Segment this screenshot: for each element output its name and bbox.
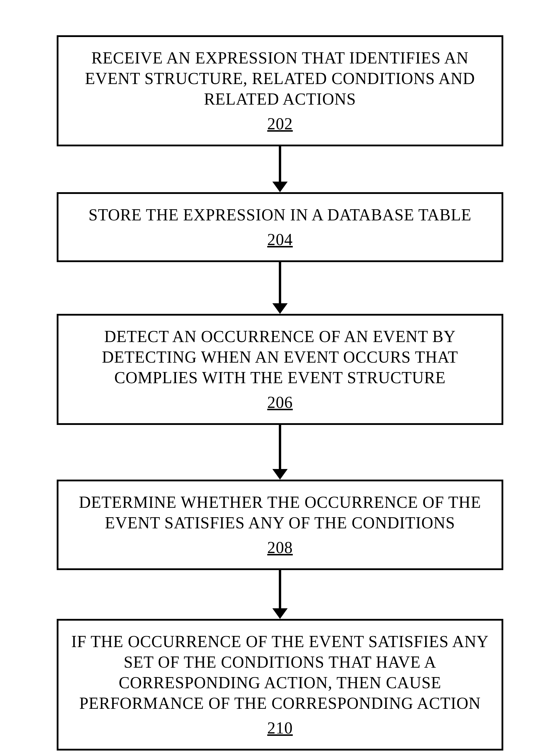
flow-step-text: DETERMINE WHETHER THE OCCURRENCE OF THE … bbox=[79, 493, 481, 532]
flow-step-text: IF THE OCCURRENCE OF THE EVENT SATISFIES… bbox=[72, 632, 489, 712]
arrow-head-icon bbox=[272, 608, 288, 619]
arrow-shaft bbox=[279, 262, 281, 303]
arrow-shaft bbox=[279, 425, 281, 469]
arrow-head-icon bbox=[272, 182, 288, 192]
flow-step-206: DETECT AN OCCURRENCE OF AN EVENT BY DETE… bbox=[57, 314, 503, 425]
arrow-icon bbox=[272, 570, 288, 619]
flow-step-ref: 210 bbox=[70, 718, 490, 738]
arrow-head-icon bbox=[272, 469, 288, 480]
flowchart: RECEIVE AN EXPRESSION THAT IDENTIFIES AN… bbox=[47, 35, 513, 751]
flow-step-text: RECEIVE AN EXPRESSION THAT IDENTIFIES AN… bbox=[85, 49, 475, 108]
flow-step-204: STORE THE EXPRESSION IN A DATABASE TABLE… bbox=[57, 192, 503, 262]
flow-step-text: DETECT AN OCCURRENCE OF AN EVENT BY DETE… bbox=[102, 328, 458, 387]
flow-step-208: DETERMINE WHETHER THE OCCURRENCE OF THE … bbox=[57, 480, 503, 570]
flow-step-ref: 204 bbox=[70, 229, 490, 250]
flow-step-text: STORE THE EXPRESSION IN A DATABASE TABLE bbox=[88, 206, 472, 224]
flow-step-ref: 208 bbox=[70, 537, 490, 558]
flow-step-ref: 206 bbox=[70, 392, 490, 413]
arrow-icon bbox=[272, 262, 288, 314]
flow-step-202: RECEIVE AN EXPRESSION THAT IDENTIFIES AN… bbox=[57, 35, 503, 146]
arrow-head-icon bbox=[272, 303, 288, 314]
flow-step-210: IF THE OCCURRENCE OF THE EVENT SATISFIES… bbox=[57, 619, 503, 751]
arrow-icon bbox=[272, 425, 288, 480]
arrow-shaft bbox=[279, 570, 281, 608]
arrow-icon bbox=[272, 146, 288, 192]
arrow-shaft bbox=[279, 146, 281, 182]
page: RECEIVE AN EXPRESSION THAT IDENTIFIES AN… bbox=[0, 0, 560, 752]
flow-step-ref: 202 bbox=[70, 114, 490, 134]
